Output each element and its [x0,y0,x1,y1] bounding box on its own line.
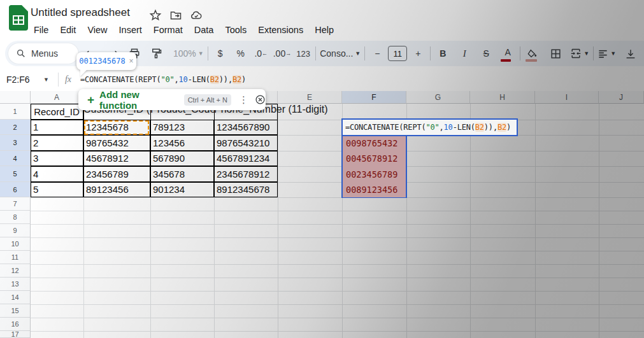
add-new-function-label[interactable]: Add new function [99,89,176,111]
row-header-16[interactable]: 16 [0,318,31,331]
horizontal-align-button[interactable]: ▼ [597,45,616,62]
cell-a5[interactable]: 4 [31,166,83,182]
row-header-17[interactable]: 17 [0,331,31,338]
row-header-9[interactable]: 9 [0,224,31,237]
menu-extensions[interactable]: Extensions [252,24,309,36]
row-header-14[interactable]: 14 [0,291,31,304]
page-title[interactable]: Untitled spreadsheet [31,6,130,19]
select-all-corner[interactable] [0,91,31,104]
cell-a2[interactable]: 1 [31,120,83,135]
row-header-2[interactable]: 2 [0,120,31,135]
italic-button[interactable]: I [456,45,473,62]
titlebar: Untitled spreadsheet FileEditViewInsertF… [0,0,644,39]
number-format-button[interactable]: 123 [295,45,311,62]
menu-insert[interactable]: Insert [113,24,148,36]
decrease-font-size-button[interactable]: − [369,45,385,62]
bold-button[interactable]: B [434,45,451,62]
column-header-j[interactable]: J [599,91,644,104]
row-header-12[interactable]: 12 [0,264,31,278]
chevron-down-icon: ▼ [198,50,204,57]
zoom-control[interactable]: 100%▼ [173,45,204,62]
menus-search-button[interactable]: Menus [8,43,78,64]
cell-d6[interactable]: 8912345678 [214,182,278,197]
format-currency-button[interactable]: $ [212,45,229,62]
cell-c6[interactable]: 901234 [150,182,214,197]
column-header-f[interactable]: F [342,91,406,104]
menu-file[interactable]: File [28,24,54,36]
text-color-button[interactable]: A [499,45,516,62]
close-icon[interactable]: × [129,57,134,66]
increase-font-size-button[interactable]: + [410,45,426,62]
menu-view[interactable]: View [82,24,113,36]
row-header-4[interactable]: 4 [0,151,31,166]
font-size-input[interactable]: 11 [388,46,407,61]
column-header-i[interactable]: I [535,91,599,104]
cell-d3[interactable]: 9876543210 [214,135,278,151]
borders-button[interactable] [547,45,564,62]
cell-editor-f2[interactable]: =CONCATENATE(REPT("0",10-LEN(B2)),B2) [341,118,518,136]
row-header-8[interactable]: 8 [0,211,31,224]
row-header-10[interactable]: 10 [0,237,31,251]
spreadsheet-grid[interactable]: ABCDEFGHIJ 1234567891011121314151617 Rec… [0,91,644,338]
search-icon [16,48,26,59]
cloud-check-icon[interactable] [190,9,203,22]
row-header-6[interactable]: 6 [0,182,31,197]
cell-c4[interactable]: 567890 [150,151,214,166]
cell-b5[interactable]: 23456789 [83,166,150,182]
menu-help[interactable]: Help [309,24,340,36]
move-folder-icon[interactable] [169,9,182,22]
more-options-icon[interactable]: ⋮ [239,94,248,106]
cell-a4[interactable]: 3 [31,151,83,166]
formula-token: -LEN( [453,123,475,132]
formula-input[interactable]: =CONCATENATE(REPT("0",10-LEN(B2)),B2) [80,75,246,84]
increase-decimal-button[interactable]: .00→ [273,45,291,62]
cell-c5[interactable]: 345678 [150,166,214,182]
row-header-5[interactable]: 5 [0,166,31,182]
cell-d2[interactable]: 1234567890 [214,120,278,135]
row-header-15[interactable]: 15 [0,304,31,318]
formula-token: 10 [444,123,453,132]
menu-edit[interactable]: Edit [54,24,82,36]
preview-cell-f4: 0045678912 [343,151,406,166]
cell-b6[interactable]: 89123456 [83,182,150,197]
menu-tools[interactable]: Tools [219,24,252,36]
font-family-selector[interactable]: Conso...▼ [320,45,361,62]
decrease-decimal-button[interactable]: .0← [253,45,269,62]
fill-color-button[interactable] [524,45,541,62]
chevron-down-icon[interactable]: ▼ [43,76,49,83]
sheets-logo-icon[interactable] [9,5,28,31]
column-header-h[interactable]: H [470,91,535,104]
star-icon[interactable] [149,9,162,22]
dismiss-button[interactable] [255,94,266,105]
column-header-e[interactable]: E [278,91,342,104]
name-box[interactable]: F2:F6 [6,74,43,85]
gridline [535,104,536,338]
cell-d4[interactable]: 4567891234 [214,151,278,166]
format-percent-button[interactable]: % [233,45,249,62]
row-header-11[interactable]: 11 [0,251,31,264]
cell-a1[interactable]: Record_ID [31,104,83,120]
fill-color-indicator [526,59,537,62]
cell-c2[interactable]: 789123 [150,120,214,135]
row-header-7[interactable]: 7 [0,197,31,211]
add-new-function-popup[interactable]: + Add new function Ctrl + Alt + N ⋮ [78,89,266,110]
cell-b3[interactable]: 98765432 [83,135,150,151]
menu-data[interactable]: Data [189,24,220,36]
paint-format-button[interactable] [148,45,164,62]
menus-label: Menus [31,48,58,59]
vertical-align-button[interactable] [622,45,639,62]
column-header-g[interactable]: G [406,91,470,104]
cell-b4[interactable]: 45678912 [83,151,150,166]
row-header-1[interactable]: 1 [0,104,31,120]
cell-a3[interactable]: 2 [31,135,83,151]
formula-token: )) [484,123,493,132]
menu-format[interactable]: Format [148,24,189,36]
column-header-a[interactable]: A [31,91,83,104]
cell-a6[interactable]: 5 [31,182,83,197]
row-header-3[interactable]: 3 [0,135,31,151]
row-header-13[interactable]: 13 [0,278,31,291]
cell-d5[interactable]: 2345678912 [214,166,278,182]
cell-c3[interactable]: 123456 [150,135,214,151]
merge-cells-button[interactable]: ▼ [570,45,589,62]
strikethrough-button[interactable]: S [478,45,494,62]
